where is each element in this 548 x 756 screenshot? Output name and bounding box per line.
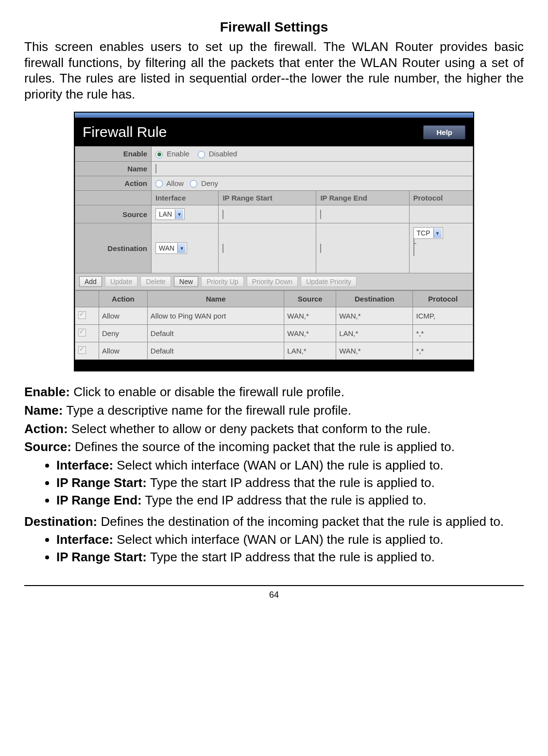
rule-name: Allow to Ping WAN port <box>147 307 284 325</box>
col-interface: Interface <box>152 191 219 205</box>
enable-radio-enable-label: Enable <box>167 150 189 158</box>
update-priority-button[interactable]: Update Priority <box>301 276 357 287</box>
rule-name: Default <box>147 325 284 342</box>
enable-radio-enable[interactable] <box>155 151 163 158</box>
delete-button[interactable]: Delete <box>140 276 171 287</box>
src-item-text: Select which interface (WAN or LAN) the … <box>113 458 444 472</box>
settings-form: Enable Enable Disabled Name Action Allow… <box>75 146 473 290</box>
rules-table: Action Name Source Destination Protocol … <box>75 290 473 360</box>
destination-protocol-value: TCP <box>417 229 430 237</box>
destination-interface-value: WAN <box>159 244 174 252</box>
panel-title: Firewall Rule <box>83 124 167 140</box>
add-button[interactable]: Add <box>79 276 102 287</box>
dst-item-term: Interface: <box>56 532 113 547</box>
dst-item-text: Select which interface (WAN or LAN) the … <box>113 532 444 547</box>
enable-label: Enable <box>75 147 152 162</box>
rule-checkbox[interactable] <box>78 311 86 319</box>
chevron-down-icon: ▼ <box>175 209 183 219</box>
intro-paragraph: This screen enables users to set up the … <box>24 39 524 102</box>
col-ip-end: IP Range End <box>316 191 409 205</box>
chevron-down-icon: ▼ <box>433 228 442 238</box>
destination-ip-start-input[interactable] <box>223 244 223 253</box>
src-item-text: Type the start IP address that the rule … <box>147 475 435 490</box>
rule-source: LAN,* <box>284 342 336 360</box>
source-bullets: Interface: Select which interface (WAN o… <box>24 457 524 508</box>
rule-source: WAN,* <box>284 307 336 325</box>
destination-interface-select[interactable]: WAN ▼ <box>155 242 187 254</box>
def-destination-term: Destination: <box>24 514 97 529</box>
page-title: Firewall Settings <box>24 19 524 35</box>
page-number: 64 <box>269 590 279 600</box>
def-enable-term: Enable: <box>24 385 70 399</box>
help-button[interactable]: Help <box>423 125 465 139</box>
rules-col-source: Source <box>284 291 336 307</box>
def-destination-text: Defines the destination of the incoming … <box>97 514 504 529</box>
src-item-term: IP Range Start: <box>56 475 147 490</box>
source-interface-value: LAN <box>159 210 172 218</box>
source-ip-start-input[interactable] <box>223 210 223 219</box>
rule-destination: LAN,* <box>336 325 413 342</box>
firewall-rule-screenshot: Firewall Rule Help Enable Enable Disable… <box>74 112 474 371</box>
source-label: Source <box>75 205 152 223</box>
definitions: Enable: Click to enable or disable the f… <box>24 384 524 566</box>
panel-footer-strip <box>75 360 473 370</box>
enable-radio-disabled-label: Disabled <box>209 150 237 158</box>
destination-bullets: Interface: Select which interface (WAN o… <box>24 532 524 566</box>
col-ip-start: IP Range Start <box>219 191 316 205</box>
rules-col-check <box>75 291 99 307</box>
action-field: Allow Deny <box>152 176 473 191</box>
name-input[interactable] <box>155 164 156 173</box>
rule-protocol: *,* <box>413 325 473 342</box>
destination-label: Destination <box>75 223 152 273</box>
dst-item-text: Type the start IP address that the rule … <box>147 550 435 564</box>
priority-down-button[interactable]: Priority Down <box>247 276 298 287</box>
priority-up-button[interactable]: Priority Up <box>201 276 243 287</box>
enable-radio-disabled[interactable] <box>198 151 205 158</box>
chevron-down-icon: ▼ <box>177 243 186 253</box>
rules-col-action: Action <box>99 291 148 307</box>
enable-field: Enable Disabled <box>152 147 473 162</box>
action-radio-allow[interactable] <box>155 180 163 187</box>
action-radio-allow-label: Allow <box>166 179 184 187</box>
destination-port-end-input[interactable] <box>413 247 414 256</box>
page-footer: 64 <box>24 585 524 600</box>
def-name-term: Name: <box>24 403 63 418</box>
action-radio-deny-label: Deny <box>201 179 218 187</box>
rule-checkbox[interactable] <box>78 346 86 354</box>
source-protocol-cell <box>409 205 473 223</box>
rule-source: WAN,* <box>284 325 336 342</box>
rules-col-name: Name <box>147 291 284 307</box>
table-row: Deny Default WAN,* LAN,* *,* <box>75 325 473 342</box>
src-item-term: IP Range End: <box>56 493 142 507</box>
new-button[interactable]: New <box>174 276 198 287</box>
table-row: Allow Default LAN,* WAN,* *,* <box>75 342 473 360</box>
name-label: Name <box>75 161 152 176</box>
def-enable-text: Click to enable or disable the firewall … <box>70 385 344 399</box>
rules-col-destination: Destination <box>336 291 413 307</box>
panel-header: Firewall Rule Help <box>75 118 473 146</box>
rule-destination: WAN,* <box>336 307 413 325</box>
button-row: Add Update Delete New Priority Up Priori… <box>75 273 473 290</box>
src-item-term: Interface: <box>56 458 113 472</box>
dst-item-term: IP Range Start: <box>56 550 147 564</box>
destination-ip-end-input[interactable] <box>320 244 321 253</box>
window-titlebar <box>75 113 473 118</box>
rules-col-protocol: Protocol <box>413 291 473 307</box>
rule-protocol: *,* <box>413 342 473 360</box>
blank-label <box>75 191 152 205</box>
def-action-text: Select whether to allow or deny packets … <box>68 421 431 436</box>
col-protocol: Protocol <box>409 191 473 205</box>
def-name-text: Type a descriptive name for the firewall… <box>63 403 351 418</box>
rule-destination: WAN,* <box>336 342 413 360</box>
update-button[interactable]: Update <box>105 276 137 287</box>
action-label: Action <box>75 176 152 191</box>
action-radio-deny[interactable] <box>190 180 197 187</box>
def-action-term: Action: <box>24 421 68 436</box>
def-source-text: Defines the source of the incoming packe… <box>71 439 455 454</box>
rule-checkbox[interactable] <box>78 329 86 336</box>
destination-protocol-select[interactable]: TCP ▼ <box>413 227 443 239</box>
source-ip-end-input[interactable] <box>320 210 321 219</box>
source-interface-select[interactable]: LAN ▼ <box>155 208 185 220</box>
rule-action: Deny <box>99 325 148 342</box>
rule-action: Allow <box>99 307 148 325</box>
